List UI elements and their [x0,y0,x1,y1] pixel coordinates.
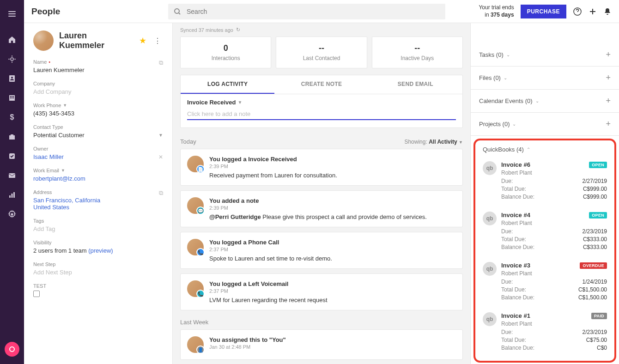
activity-avatar: 📞 [187,239,204,255]
add-icon[interactable] [589,7,597,16]
invoice-title: Invoice #3 [501,262,530,269]
section-files[interactable]: Files (0) ⌄ + [471,67,619,90]
work-phone-field[interactable]: (435) 345-3453 [33,110,163,117]
refresh-icon[interactable]: ↻ [236,27,240,33]
invoice-total: C$333.00 [583,236,607,243]
test-checkbox[interactable] [33,291,40,297]
activity-type-icon: 💬 [196,206,205,215]
tab-create-note[interactable]: CREATE NOTE [274,75,368,94]
activity-filter[interactable]: Showing: All Activity ▼ [404,139,463,145]
activity-item[interactable]: 📞 You logged a Phone Call2:37 PMSpoke to… [180,232,463,269]
help-icon[interactable] [573,7,582,16]
owner-field[interactable]: Isaac Miller [33,153,64,160]
invoice-title: Invoice #6 [501,161,530,168]
contact-type-field[interactable]: Potential Customer [33,132,85,139]
svg-point-16 [11,213,13,216]
activity-type-icon: 📞 [196,290,205,298]
nav-copper-logo[interactable] [5,342,19,357]
tab-log-activity[interactable]: LOG ACTIVITY [181,75,274,94]
svg-rect-15 [13,192,15,198]
quickbooks-invoice[interactable]: qb Invoice #3OVERDUE Robert Plant Due:1/… [479,258,611,309]
activity-item[interactable]: 📞 You logged a Left Voicemail2:37 PMLVM … [180,273,463,310]
invoice-due: 1/24/2019 [583,279,607,285]
activity-text: LVM for Lauren regarding the recent requ… [209,297,456,303]
quickbooks-icon: qb [483,312,497,326]
section-calendar[interactable]: Calendar Events (0) ⌄ + [471,90,619,113]
chevron-down-icon: ⌄ [535,98,539,103]
quickbooks-invoice[interactable]: qb Invoice #1PAID Robert Plant Due:2/23/… [479,309,611,359]
today-header: Today [180,138,196,145]
stat-label: Last Contacted [283,55,360,61]
nav-rail: $ [0,0,24,364]
next-step-field[interactable]: Add Next Step [33,269,163,276]
activity-time: Jan 30 at 2:48 PM [209,344,456,350]
tab-send-email[interactable]: SEND EMAIL [369,75,462,94]
chevron-down-icon: ⌄ [504,75,507,80]
nav-settings-icon[interactable] [4,206,20,223]
nav-email-icon[interactable] [4,167,20,184]
activity-item[interactable]: 👤 You assigned this to "You"Jan 30 at 2:… [180,329,463,360]
svg-rect-6 [13,96,14,97]
search-input[interactable] [187,8,440,15]
address-line2[interactable]: United States [33,204,163,211]
invoice-due: 2/27/2019 [583,178,607,184]
activity-time: 2:37 PM [209,247,456,252]
favorite-star-icon[interactable]: ★ [139,36,146,46]
invoice-balance: C$1,500.00 [578,294,607,301]
stat-label: Inactive Days [379,55,456,61]
nav-contacts-icon[interactable] [4,70,20,87]
add-file-icon[interactable]: + [606,73,611,83]
invoice-status-badge: PAID [591,313,607,319]
activity-title: You logged a Phone Call [209,239,456,246]
company-field[interactable]: Add Company [33,88,163,95]
section-tasks[interactable]: Tasks (0) ⌄ + [471,43,619,67]
activity-type-selector[interactable]: Invoice Received▼ [187,99,456,106]
copy-address-icon[interactable]: ⧉ [159,189,163,197]
add-event-icon[interactable]: + [606,96,611,106]
search-box[interactable] [168,4,445,19]
visibility-preview-link[interactable]: (preview) [88,247,113,254]
add-project-icon[interactable]: + [606,119,611,129]
svg-point-18 [175,9,179,13]
quickbooks-invoice[interactable]: qb Invoice #6OPEN Robert Plant Due:2/27/… [479,158,611,208]
chevron-down-icon[interactable]: ▼ [158,133,163,138]
compose-input[interactable] [187,109,456,120]
invoice-due: 2/23/2019 [583,228,607,235]
quickbooks-invoice[interactable]: qb Invoice #4OPEN Robert Plant Due:2/23/… [479,208,611,258]
invoice-total: C$1,500.00 [578,286,607,293]
notifications-icon[interactable] [603,7,612,16]
quickbooks-header[interactable]: QuickBooks (4) ⌃ [479,144,611,158]
nav-target-icon[interactable] [4,51,20,67]
purchase-button[interactable]: PURCHASE [521,5,566,18]
invoice-balance: C$999.00 [583,194,607,200]
name-field[interactable]: Lauren Kuemmeler [33,67,163,73]
chevron-down-icon: ⌄ [506,52,510,57]
section-projects[interactable]: Projects (0) ⌄ + [471,113,619,136]
address-line1[interactable]: San Francisco, California [33,197,163,204]
activity-item[interactable]: 📄 You logged a Invoice Received2:39 PMRe… [180,149,463,186]
remove-owner-icon[interactable]: ✕ [158,154,163,160]
activity-text: @Perri Gutteridge Please give this prosp… [209,213,456,220]
svg-rect-4 [10,96,11,97]
nav-projects-icon[interactable] [4,128,20,145]
activity-type-icon: 👤 [196,346,205,354]
activity-title: You assigned this to "You" [209,336,456,343]
person-avatar[interactable] [33,30,54,51]
copy-icon[interactable]: ⧉ [159,59,163,67]
invoice-customer: Robert Plant [501,170,607,176]
work-email-field[interactable]: robertplant@lz.com [33,175,163,182]
invoice-total: C$999.00 [583,186,607,192]
activity-item[interactable]: 💬 You added a note2:39 PM@Perri Gutterid… [180,190,463,227]
add-task-icon[interactable]: + [606,50,611,60]
tags-field[interactable]: Add Tag [33,225,163,232]
nav-companies-icon[interactable] [4,90,20,106]
nav-deals-icon[interactable]: $ [4,109,20,126]
svg-rect-12 [9,173,15,178]
nav-home-icon[interactable] [4,31,20,48]
chevron-up-icon: ⌃ [527,147,530,152]
more-menu-icon[interactable]: ⋮ [152,36,163,45]
menu-icon[interactable] [4,6,20,22]
activity-avatar: 📄 [187,156,204,172]
nav-tasks-icon[interactable] [4,148,20,164]
nav-reports-icon[interactable] [4,187,20,203]
